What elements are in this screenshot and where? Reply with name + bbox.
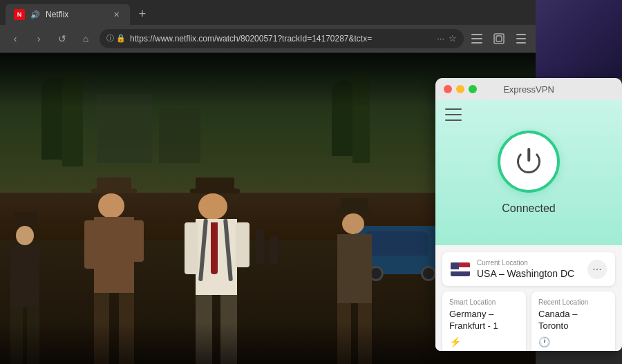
clock-icon: 🕐 [538, 336, 550, 347]
active-tab[interactable]: N 🔊 Netflix ✕ [6, 4, 130, 25]
building-2 [159, 108, 200, 163]
recent-location-name: Canada –Toronto [538, 309, 608, 332]
person-1-head [16, 226, 34, 245]
menu-line-2 [445, 114, 462, 115]
svg-rect-0 [471, 34, 482, 35]
minimize-dot[interactable] [456, 85, 464, 93]
smart-location-name: Germany –Frankfurt - 1 [449, 309, 519, 332]
bg-corner [532, 0, 622, 78]
back-button[interactable]: ‹ [6, 29, 25, 48]
person-3-head [198, 193, 227, 220]
address-bar-right: ··· ☆ [437, 33, 457, 44]
security-icon: 🔒 [116, 34, 126, 43]
person-2-coat [94, 217, 134, 293]
vpn-body: Connected Current Location USA – Washing… [435, 100, 622, 351]
person-3-arm-r [236, 222, 249, 267]
person-1-body [10, 245, 39, 307]
info-icon: ⓘ [106, 33, 114, 44]
maximize-dot[interactable] [469, 85, 477, 93]
location-cards: Smart Location Germany –Frankfurt - 1 ⚡ … [435, 291, 622, 351]
car-wheel-2 [421, 266, 436, 281]
close-dot[interactable] [444, 85, 452, 93]
lightning-icon: ⚡ [449, 336, 461, 347]
vpn-status-text: Connected [502, 202, 555, 215]
toolbar-icon-menu[interactable] [512, 30, 530, 48]
toolbar-icon-tabs[interactable] [490, 30, 508, 48]
person-4-hat-top [341, 198, 368, 211]
person-4-body [337, 234, 372, 303]
recent-location-footer: 🕐 [538, 336, 608, 347]
tab-audio-icon: 🔊 [30, 10, 40, 19]
svg-rect-7 [516, 42, 526, 44]
more-dots-icon: ··· [592, 263, 601, 276]
tab-close-button[interactable]: ✕ [111, 9, 122, 20]
svg-rect-6 [516, 38, 526, 39]
reload-button[interactable]: ↺ [53, 29, 72, 48]
toolbar-icon-bars[interactable] [468, 30, 486, 48]
address-bar[interactable]: ⓘ 🔒 https://www.netflix.com/watch/802005… [100, 29, 464, 48]
url-text: https://www.netflix.com/watch/80200571?t… [130, 34, 433, 44]
svg-rect-4 [496, 36, 502, 41]
smart-location-label: Smart Location [449, 298, 519, 306]
flag-stars [451, 262, 459, 269]
tab-title: Netflix [46, 10, 105, 19]
svg-rect-2 [471, 42, 482, 44]
tab-bar: N 🔊 Netflix ✕ + [0, 0, 536, 25]
person-3-tie [211, 222, 218, 274]
location-more-button[interactable]: ··· [587, 260, 607, 279]
current-location-label: Current Location [477, 259, 581, 267]
current-location-name: USA – Washington DC [477, 268, 581, 279]
current-location-bar[interactable]: Current Location USA – Washington DC ··· [442, 252, 615, 286]
person-4-head [342, 213, 364, 234]
us-flag-icon [451, 262, 470, 276]
svg-rect-1 [471, 38, 482, 39]
vpn-window-title: ExpressVPN [503, 84, 554, 95]
browser-toolbar: ‹ › ↺ ⌂ ⓘ 🔒 https://www.netflix.com/watc… [0, 25, 536, 52]
recent-location-label: Recent Location [538, 298, 608, 306]
svg-rect-5 [516, 34, 526, 35]
vpn-header: Connected [435, 100, 622, 245]
home-button[interactable]: ⌂ [76, 29, 95, 48]
smart-location-footer: ⚡ [449, 336, 519, 347]
current-location-info: Current Location USA – Washington DC [477, 259, 581, 279]
person-3-hat-top [196, 178, 234, 190]
power-button[interactable] [498, 131, 560, 193]
smart-location-card[interactable]: Smart Location Germany –Frankfurt - 1 ⚡ [442, 291, 526, 351]
vpn-menu-button[interactable] [445, 108, 462, 121]
menu-line-1 [445, 108, 462, 110]
person-2-arm-l [84, 220, 97, 269]
svg-rect-3 [494, 34, 504, 44]
recent-location-card[interactable]: Recent Location Canada –Toronto 🕐 [531, 291, 615, 351]
forward-button[interactable]: › [29, 29, 48, 48]
person-2-arm-r [131, 220, 144, 262]
power-circle [517, 150, 540, 173]
vpn-content: Current Location USA – Washington DC ···… [435, 245, 622, 351]
bookmark-icon[interactable]: ☆ [449, 33, 457, 44]
bg-person-2 [270, 236, 278, 264]
menu-line-3 [445, 119, 462, 121]
titlebar-dots [444, 85, 477, 93]
person-3-arm-l [185, 222, 198, 274]
tab-favicon: N [14, 9, 25, 20]
person-2-head [98, 193, 124, 218]
address-bar-icons: ⓘ 🔒 [106, 33, 126, 44]
vpn-titlebar: ExpressVPN [435, 78, 622, 100]
new-tab-button[interactable]: + [133, 4, 152, 23]
more-dot-button[interactable]: ··· [437, 33, 444, 44]
vpn-window: ExpressVPN Connected [435, 78, 622, 351]
power-icon [513, 146, 544, 177]
person-2-hat-top [97, 178, 131, 190]
bg-person-1 [256, 229, 264, 264]
